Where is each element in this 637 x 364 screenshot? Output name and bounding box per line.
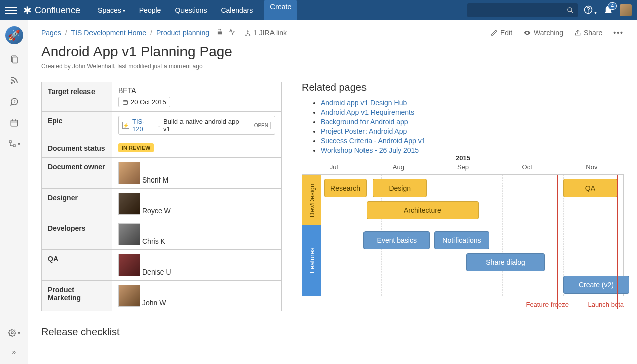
- product-name: Confluence: [35, 5, 80, 16]
- roadmap-months: Jul Aug Sep Oct Nov: [302, 163, 624, 171]
- nav-links: Spaces▾ People Questions Calendars Creat…: [90, 0, 297, 20]
- person-name[interactable]: Sherif M: [142, 176, 168, 184]
- target-release-value: BETA: [118, 86, 275, 95]
- epic-link[interactable]: ⚡ TIS-120 - Build a native android app v…: [118, 116, 275, 135]
- create-button[interactable]: Create: [264, 0, 297, 20]
- roadmap: 2015 Jul Aug Sep Oct Nov Dev/Design Feat…: [302, 174, 624, 296]
- confluence-logo[interactable]: ✱ Confluence: [23, 4, 80, 16]
- table-row: Document owner Sherif M: [42, 158, 282, 189]
- date-chip[interactable]: 20 Oct 2015: [118, 97, 170, 107]
- search-icon: [567, 7, 574, 14]
- roadmap-bar[interactable]: Event basics: [363, 231, 430, 249]
- edit-button[interactable]: Edit: [491, 29, 512, 37]
- roadmap-bar[interactable]: Create (v2): [563, 276, 629, 294]
- chevron-down-icon: ▾: [594, 10, 597, 15]
- page-content: Pages / TIS Development Home / Product p…: [28, 20, 637, 364]
- blog-icon[interactable]: [8, 74, 20, 86]
- person-name[interactable]: Royce W: [142, 207, 171, 215]
- roadmap-bar[interactable]: Research: [324, 179, 367, 197]
- lane-label-dev: Dev/Design: [302, 175, 321, 225]
- table-row: Designer Royce W: [42, 189, 282, 219]
- svg-point-0: [568, 8, 572, 12]
- space-settings-icon[interactable]: ▾: [8, 327, 20, 339]
- svg-point-3: [588, 12, 589, 12]
- svg-point-14: [11, 332, 13, 334]
- table-row: Target release BETA 20 Oct 2015: [42, 82, 282, 112]
- page-title: Android App v1 Planning Page: [41, 44, 624, 60]
- avatar[interactable]: [118, 162, 140, 184]
- share-button[interactable]: Share: [574, 29, 602, 37]
- svg-rect-12: [9, 141, 11, 143]
- table-row: Document status IN REVIEW: [42, 139, 282, 158]
- person-name[interactable]: John W: [142, 299, 166, 307]
- table-row: Developers Chris K: [42, 219, 282, 250]
- marker-feature-freeze: Feature freeze: [526, 301, 569, 308]
- user-avatar[interactable]: [620, 4, 632, 16]
- related-pages-list: Android app v1 Design Hub Android App v1…: [302, 99, 624, 154]
- search-input[interactable]: [467, 3, 578, 17]
- related-pages-heading: Related pages: [302, 82, 624, 94]
- marker-line: [617, 175, 618, 309]
- info-table: Target release BETA 20 Oct 2015 Epic: [41, 82, 282, 311]
- page-tree-icon[interactable]: ▾: [8, 138, 20, 150]
- epic-status: OPEN: [252, 122, 271, 129]
- status-lozenge: IN REVIEW: [118, 143, 154, 152]
- svg-rect-5: [13, 57, 17, 63]
- roadmap-bar[interactable]: Architecture: [367, 201, 478, 219]
- list-item: Android app v1 Design Hub: [321, 99, 624, 107]
- watch-button[interactable]: Watching: [523, 29, 563, 37]
- activity-icon[interactable]: [228, 28, 235, 37]
- svg-text:?: ?: [13, 99, 15, 104]
- person-name[interactable]: Denise U: [142, 268, 171, 276]
- help-icon[interactable]: ▾: [584, 5, 597, 16]
- calendar-icon: [122, 99, 128, 105]
- breadcrumb-root[interactable]: Pages: [41, 29, 61, 37]
- person-name[interactable]: Chris K: [142, 237, 165, 245]
- avatar[interactable]: [118, 285, 140, 307]
- marker-launch-beta: Launch beta: [588, 301, 624, 308]
- table-row: Product Marketing John W: [42, 281, 282, 311]
- table-row: Epic ⚡ TIS-120 - Build a native android …: [42, 112, 282, 139]
- svg-line-1: [571, 11, 573, 13]
- release-checklist-heading: Release checklist: [41, 326, 624, 338]
- avatar[interactable]: [118, 223, 140, 245]
- list-item: Workshop Notes - 26 July 2015: [321, 146, 624, 154]
- roadmap-year: 2015: [302, 154, 624, 162]
- calendars-icon[interactable]: [8, 117, 20, 129]
- lane-label-features: Features: [302, 225, 321, 296]
- list-item: Success Criteria - Android App v1: [321, 137, 624, 145]
- global-nav: ✱ Confluence Spaces▾ People Questions Ca…: [0, 0, 637, 20]
- more-actions-icon[interactable]: •••: [613, 29, 624, 37]
- app-switcher-icon[interactable]: [5, 4, 17, 16]
- space-sidebar: 🚀 ? ▾ ▾ »: [0, 20, 28, 364]
- space-logo[interactable]: 🚀: [5, 26, 23, 44]
- avatar[interactable]: [118, 193, 140, 215]
- nav-spaces[interactable]: Spaces▾: [90, 0, 132, 20]
- roadmap-bar[interactable]: Share dialog: [466, 253, 544, 271]
- jira-issue-icon: ⚡: [122, 122, 129, 129]
- list-item: Android App v1 Requirements: [321, 108, 624, 116]
- expand-sidebar-icon[interactable]: »: [8, 346, 20, 358]
- notifications-icon[interactable]: 4: [604, 5, 613, 16]
- nav-questions[interactable]: Questions: [168, 0, 214, 20]
- nav-people[interactable]: People: [132, 0, 168, 20]
- roadmap-bar[interactable]: QA: [563, 179, 617, 197]
- roadmap-bar[interactable]: Notifications: [434, 231, 489, 249]
- page-byline: Created by John Wetenhall, last modified…: [41, 63, 624, 70]
- svg-rect-15: [123, 100, 128, 104]
- pages-icon[interactable]: [8, 53, 20, 65]
- breadcrumb-item[interactable]: Product planning: [156, 29, 209, 37]
- avatar[interactable]: [118, 254, 140, 276]
- jira-icon: [244, 29, 251, 36]
- jira-links[interactable]: 1 JIRA link: [244, 29, 287, 37]
- confluence-icon: ✱: [23, 4, 32, 16]
- svg-rect-8: [11, 120, 18, 126]
- questions-icon[interactable]: ?: [8, 96, 20, 108]
- restrictions-icon[interactable]: [216, 28, 223, 37]
- roadmap-bar[interactable]: Design: [373, 179, 427, 197]
- svg-point-6: [11, 82, 12, 83]
- breadcrumb: Pages / TIS Development Home / Product p…: [41, 28, 624, 37]
- breadcrumb-item[interactable]: TIS Development Home: [71, 29, 146, 37]
- nav-calendars[interactable]: Calendars: [214, 0, 260, 20]
- marker-line: [557, 175, 558, 309]
